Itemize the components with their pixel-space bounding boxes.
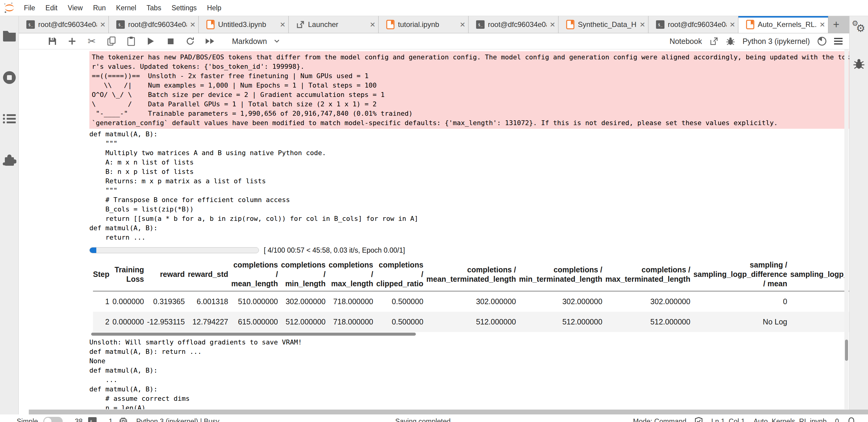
tab-root-dfc96034e0a[interactable]: $_root@dfc96034e0a× <box>648 16 738 33</box>
simple-mode-toggle[interactable] <box>43 417 63 422</box>
stream-output-tail: Unsloth: Will smartly offload gradients … <box>89 337 849 409</box>
stop-icon[interactable] <box>166 36 175 47</box>
restart-run-all-icon[interactable] <box>205 36 215 47</box>
toggle-knob <box>44 418 52 422</box>
menu-kernel[interactable]: Kernel <box>111 4 141 12</box>
status-bar: Simple 38 $_ 1 Python 3 (ipykernel) | Bu… <box>0 415 868 422</box>
tab-root-dfc96034e0a[interactable]: $_root@dfc96034e0a× <box>109 16 199 33</box>
mode-indicator[interactable]: Mode: Command <box>633 418 686 422</box>
menu-view[interactable]: View <box>63 4 88 12</box>
metrics-row: 20.000000-12.95311512.794227615.00000051… <box>93 312 849 332</box>
extension-manager-icon[interactable] <box>2 153 17 167</box>
tab-launcher[interactable]: Launcher× <box>289 16 379 33</box>
menu-run[interactable]: Run <box>88 4 111 12</box>
restart-kernel-icon[interactable] <box>185 36 195 47</box>
menu-edit[interactable]: Edit <box>40 4 63 12</box>
notebook-output-area: The tokenizer has new PAD/BOS/EOS tokens… <box>19 50 849 409</box>
close-icon[interactable]: × <box>190 20 195 29</box>
stream-output: def matmul(A, B): """ Multiply two matri… <box>89 129 849 242</box>
terminal-icon[interactable]: $_ <box>88 417 97 422</box>
debugger-icon[interactable] <box>852 58 865 69</box>
close-icon[interactable]: × <box>280 20 285 29</box>
metrics-column-header: reward <box>147 259 188 291</box>
close-icon[interactable]: × <box>370 20 375 29</box>
terminal-icon: $_ <box>116 20 125 29</box>
close-icon[interactable]: × <box>100 20 105 29</box>
tab-synthetic-data-hac[interactable]: Synthetic_Data_Hac× <box>558 16 648 33</box>
terminals-count[interactable]: 38 <box>75 418 83 422</box>
metrics-column-header: completions / mean_terminated_length <box>427 259 519 291</box>
close-icon[interactable]: × <box>460 20 465 29</box>
metrics-cell: 302.000000 <box>606 291 693 312</box>
paste-icon[interactable] <box>126 36 136 47</box>
menu-file[interactable]: File <box>19 4 40 12</box>
close-icon[interactable]: × <box>730 20 735 29</box>
tab-label: root@dfc96034e0a <box>128 20 187 29</box>
tab-root-dfc96034e0a[interactable]: $_root@dfc96034e0a× <box>19 16 109 33</box>
metrics-cell <box>790 291 849 312</box>
new-launcher-button[interactable]: + <box>828 16 844 33</box>
tab-auto-kernels-rl-ipy[interactable]: Auto_Kernels_RL.ipy× <box>738 16 828 33</box>
jupyterlab-window: FileEditViewRunKernelTabsSettingsHelp ⚙⚙ <box>0 0 868 422</box>
copy-icon[interactable] <box>106 36 116 47</box>
notebook-icon <box>746 20 755 29</box>
metrics-cell: 12.794227 <box>188 312 231 332</box>
menu-icon[interactable] <box>834 38 842 44</box>
metrics-cell: 0.319365 <box>147 291 188 312</box>
horizontal-scrollbar[interactable] <box>29 410 868 415</box>
external-link-icon[interactable] <box>709 37 718 46</box>
running-sessions-icon[interactable] <box>2 70 17 85</box>
metrics-cell: 512.000000 <box>519 312 606 332</box>
launcher-icon <box>296 20 305 29</box>
cut-icon[interactable]: ✂ <box>87 36 97 47</box>
bug-icon[interactable] <box>726 37 735 46</box>
progress-label: [ 4/100 00:57 < 45:58, 0.03 it/s, Epoch … <box>264 246 405 254</box>
metrics-cell: -12.953115 <box>147 312 188 332</box>
kernels-count[interactable]: 1 <box>109 418 113 422</box>
metrics-cell: 302.000000 <box>281 291 329 312</box>
notifications-count[interactable]: 0 <box>835 418 839 422</box>
save-icon[interactable] <box>48 36 57 47</box>
kernel-status-text[interactable]: Python 3 (ipykernel) | Busy <box>136 418 219 422</box>
metrics-column-header: completions / max_length <box>329 259 376 291</box>
menu-tabs[interactable]: Tabs <box>142 4 166 12</box>
metrics-row: 10.0000000.3193656.001318510.000000302.0… <box>93 291 849 312</box>
metrics-cell: 302.000000 <box>519 291 606 312</box>
menu-settings[interactable]: Settings <box>166 4 202 12</box>
metrics-column-header: reward_std <box>188 259 231 291</box>
cursor-position[interactable]: Ln 1, Col 1 <box>711 418 745 422</box>
right-sidebar: ⚙⚙ <box>849 16 868 415</box>
menu-items: FileEditViewRunKernelTabsSettingsHelp <box>19 4 226 12</box>
kernel-chip-icon[interactable] <box>119 417 128 422</box>
notebook-tools-label[interactable]: Notebook <box>670 37 702 46</box>
cell-type-dropdown[interactable]: Markdown <box>232 37 280 46</box>
vertical-scrollbar-thumb[interactable] <box>845 340 848 361</box>
vertical-scrollbar[interactable] <box>844 50 848 409</box>
property-inspector-icon[interactable]: ⚙⚙ <box>852 20 866 34</box>
metrics-table: StepTraining Lossrewardreward_stdcomplet… <box>93 259 849 332</box>
tab-root-dfc96034e0a[interactable]: $_root@dfc96034e0a× <box>468 16 558 33</box>
terminal-icon: $_ <box>476 20 485 29</box>
menu-help[interactable]: Help <box>202 4 226 12</box>
tab-label: Synthetic_Data_Hac <box>578 20 637 29</box>
metrics-header-row: StepTraining Lossrewardreward_stdcomplet… <box>93 259 849 291</box>
tab-tutorial-ipynb[interactable]: tutorial.ipynb× <box>379 16 468 33</box>
close-icon[interactable]: × <box>819 20 825 29</box>
file-browser-icon[interactable] <box>2 30 17 41</box>
add-cell-icon[interactable] <box>67 36 77 47</box>
kernel-busy-icon[interactable] <box>817 36 827 46</box>
tab-untitled3-ipynb[interactable]: Untitled3.ipynb× <box>199 16 289 33</box>
table-horizontal-scrollbar[interactable] <box>91 333 416 336</box>
run-icon[interactable] <box>146 36 156 47</box>
training-progress: [ 4/100 00:57 < 45:58, 0.03 it/s, Epoch … <box>89 246 849 254</box>
metrics-cell: No Log <box>693 312 790 332</box>
trust-shield-icon <box>695 417 703 422</box>
close-icon[interactable]: × <box>550 20 555 29</box>
bell-icon[interactable] <box>847 417 855 422</box>
close-icon[interactable]: × <box>640 20 645 29</box>
menu-bar: FileEditViewRunKernelTabsSettingsHelp <box>0 0 868 16</box>
table-of-contents-icon[interactable] <box>3 114 16 124</box>
metrics-cell: 512.000000 <box>427 312 519 332</box>
kernel-name[interactable]: Python 3 (ipykernel) <box>743 37 810 46</box>
tab-bar: $_root@dfc96034e0a×$_root@dfc96034e0a×Un… <box>19 16 828 33</box>
